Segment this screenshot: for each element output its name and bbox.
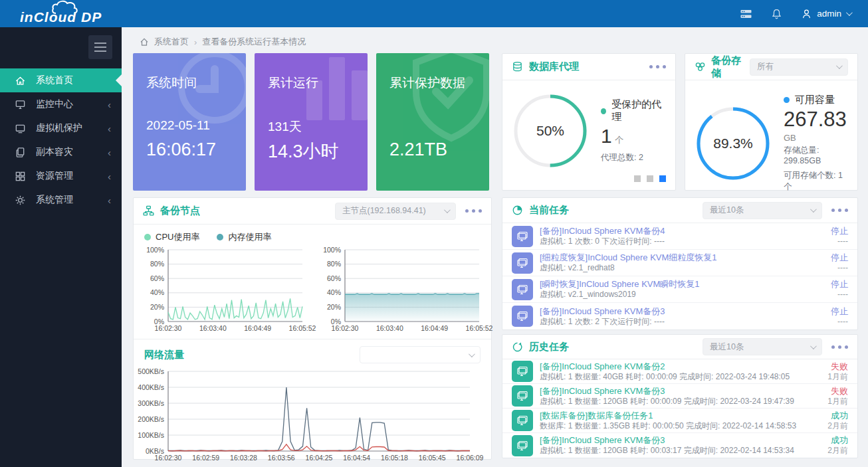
storage-percent: 89.3%	[696, 106, 770, 181]
status-badge: 成功	[827, 435, 848, 446]
stop-task-link[interactable]: 停止	[831, 279, 848, 290]
task-title-link[interactable]: [瞬时恢复]InCloud Sphere KVM瞬时恢复1	[540, 279, 700, 290]
dropdown-value: 最近10条	[710, 205, 744, 216]
db-agent-donut: 50%	[513, 94, 588, 168]
svg-text:16:04:49: 16:04:49	[421, 324, 448, 332]
storage-filter-dropdown[interactable]: 所有	[750, 58, 848, 76]
db-agent-info: 受保护的代理 1 个 代理总数: 2	[601, 98, 666, 163]
vm-task-icon	[512, 385, 533, 407]
vm-icon	[15, 122, 27, 134]
home-icon	[15, 74, 27, 86]
sidebar-item-vm-protection[interactable]: 虚拟机保护 ‹	[0, 116, 122, 140]
tasks-pie-icon	[512, 205, 524, 217]
task-when: ----	[831, 263, 848, 273]
task-detail: 虚拟机: v2.1_windows2019	[540, 290, 700, 300]
svg-text:500KB/s: 500KB/s	[138, 367, 164, 375]
panel-header: 历史任务 最近10条	[502, 335, 857, 359]
task-title-link[interactable]: [细粒度恢复]InCloud Sphere KVM细粒度恢复1	[540, 252, 717, 263]
available-capacity-value: 267.83	[784, 108, 847, 131]
chevron-down-icon	[469, 351, 475, 357]
task-title-link[interactable]: [备份]InCloud Sphere KVM备份3	[540, 306, 665, 317]
uptime-days: 131天	[268, 118, 302, 136]
gear-icon	[15, 194, 27, 206]
pager-dot[interactable]	[634, 175, 641, 182]
task-when: 2月前	[827, 446, 848, 456]
main-content: 系统首页 › 查看备份系统运行基本情况 系统时间 2022-05-11 16:0…	[122, 27, 868, 467]
svg-text:16:03:28: 16:03:28	[230, 454, 257, 462]
user-icon	[801, 8, 812, 20]
cpu-usage-chart: 100%80%60%40%20%0%16:02:3016:03:4016:04:…	[138, 246, 310, 335]
uptime-hours: 14.3小时	[268, 140, 339, 163]
svg-text:16:05:52: 16:05:52	[466, 324, 493, 332]
chevron-down-icon	[444, 207, 451, 213]
username: admin	[817, 9, 841, 19]
network-filter-dropdown[interactable]	[360, 346, 481, 363]
recent-filter-dropdown[interactable]: 最近10条	[703, 338, 822, 355]
task-when: ----	[831, 317, 848, 327]
app-window: inCloud DP admin	[0, 0, 868, 467]
panel-backup-storage: 备份存储 所有 89.3% 可用容量 267.83 GB	[685, 53, 858, 191]
chevron-left-icon: ‹	[108, 147, 111, 158]
recent-filter-dropdown[interactable]: 最近10条	[703, 202, 822, 219]
sidebar-item-home[interactable]: 系统首页	[0, 68, 122, 92]
stop-task-link[interactable]: 停止	[831, 306, 848, 317]
home-icon	[140, 37, 149, 47]
pager-dot-active[interactable]	[659, 175, 666, 182]
vm-task-icon	[512, 226, 533, 247]
more-menu-button[interactable]	[465, 209, 482, 213]
vm-task-icon	[512, 279, 533, 300]
chart-legend: CPU使用率 内存使用率	[134, 225, 491, 244]
task-title-link[interactable]: [数据库备份]数据库备份任务1	[540, 411, 796, 421]
storage-donut: 89.3%	[696, 106, 770, 181]
sidebar-item-replica-dr[interactable]: 副本容灾 ‹	[0, 140, 122, 164]
sidebar-item-system[interactable]: 系统管理 ‹	[0, 188, 122, 212]
capacity-unit: GB	[784, 133, 796, 143]
svg-text:100%: 100%	[323, 246, 341, 254]
svg-text:16:03:40: 16:03:40	[376, 324, 403, 332]
node-selector-dropdown[interactable]: 主节点(192.168.94.41)	[335, 203, 456, 220]
stop-task-link[interactable]: 停止	[831, 226, 848, 236]
task-title-link[interactable]: [备份]InCloud Sphere KVM备份3	[540, 386, 794, 397]
chevron-left-icon: ‹	[108, 123, 111, 134]
pager-dot[interactable]	[647, 175, 653, 182]
brand-name: inCloud DP	[20, 9, 102, 25]
replica-icon	[15, 146, 27, 158]
task-title-link[interactable]: [备份]InCloud Sphere KVM备份3	[540, 435, 794, 446]
breadcrumb-current: 查看备份系统运行基本情况	[202, 36, 306, 48]
more-menu-button[interactable]	[649, 65, 666, 68]
breadcrumb-separator: ›	[194, 37, 197, 47]
network-traffic-chart: 500KB/s400KB/s300KB/s200KB/s100KB/s0KB/s…	[138, 367, 478, 464]
sidebar-item-monitoring[interactable]: 监控中心 ‹	[0, 92, 122, 116]
task-row: [备份]InCloud Sphere KVM备份3 虚拟机: 1 数据量: 12…	[502, 384, 857, 409]
task-row: [备份]InCloud Sphere KVM备份2 虚拟机: 1 数据量: 40…	[502, 359, 857, 384]
panel-header: 当前任务 最近10条	[502, 198, 857, 223]
task-row: [备份]InCloud Sphere KVM备份3 虚拟机: 1 数据量: 12…	[502, 433, 857, 458]
sidebar-item-resources[interactable]: 资源管理 ‹	[0, 164, 122, 188]
db-agent-percent: 50%	[513, 94, 588, 168]
panel-title: 备份存储	[711, 54, 750, 80]
protected-data-value: 2.21TB	[389, 140, 447, 160]
more-menu-button[interactable]	[831, 345, 848, 349]
chevron-down-icon	[810, 206, 817, 213]
legend-dot	[601, 108, 606, 114]
card-system-time: 系统时间 2022-05-11 16:06:17	[133, 53, 246, 191]
menu-toggle-button[interactable]	[88, 35, 112, 59]
task-title-link[interactable]: [备份]InCloud Sphere KVM备份4	[540, 226, 665, 236]
user-menu[interactable]: admin	[801, 8, 851, 20]
more-menu-button[interactable]	[831, 209, 848, 212]
system-date: 2022-05-11	[146, 118, 210, 133]
storage-total: 存储总量: 299.85GB	[784, 145, 848, 165]
server-stack-icon[interactable]	[740, 8, 752, 20]
count-unit: 个	[615, 135, 623, 145]
panel-header: 备份存储 所有	[685, 54, 857, 80]
legend-dot	[784, 97, 790, 103]
breadcrumb-home[interactable]: 系统首页	[154, 36, 189, 48]
task-detail: 虚拟机: 1 数据量: 120GB 耗时: 00:00:09 完成时间: 202…	[540, 397, 794, 407]
panel-title: 备份节点	[160, 205, 200, 217]
brand-logo[interactable]: inCloud DP	[13, 0, 133, 27]
resource-icon	[15, 170, 27, 182]
stop-task-link[interactable]: 停止	[831, 252, 848, 263]
bell-icon[interactable]	[771, 8, 782, 20]
task-title-link[interactable]: [备份]InCloud Sphere KVM备份2	[540, 361, 790, 372]
vm-task-icon	[512, 361, 533, 382]
